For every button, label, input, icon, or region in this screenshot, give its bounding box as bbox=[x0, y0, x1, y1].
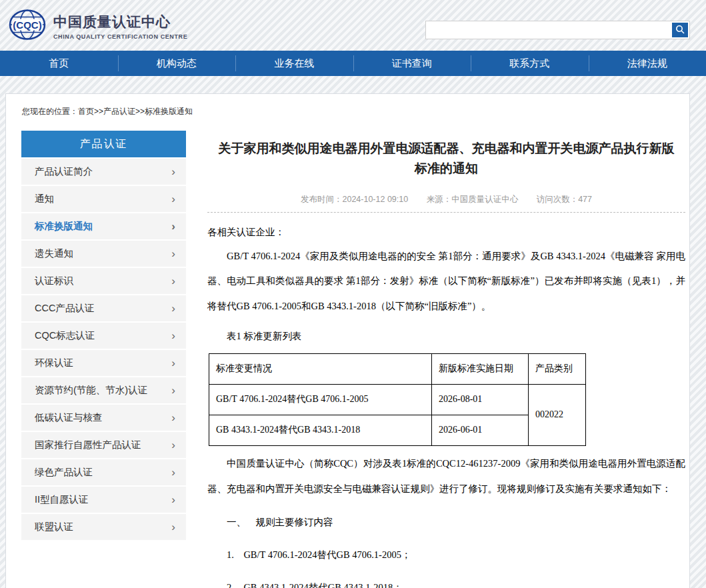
chevron-right-icon: › bbox=[171, 303, 175, 314]
sidebar-item-label: 标准换版通知 bbox=[35, 220, 93, 233]
main-nav: 首页 机构动态 业务在线 证书查询 联系方式 法律法规 bbox=[0, 51, 706, 76]
nav-item-certificate-query[interactable]: 证书查询 bbox=[353, 51, 471, 76]
chevron-right-icon: › bbox=[171, 385, 175, 396]
sidebar-item-resource-saving[interactable]: 资源节约(节能、节水)认证 › bbox=[21, 376, 186, 403]
nav-item-laws[interactable]: 法律法规 bbox=[589, 51, 706, 76]
list-item-2: 2. GB 4343.1-2024替代GB 4343.1-2018； bbox=[207, 581, 685, 588]
sidebar-item-label: 遗失通知 bbox=[35, 247, 73, 260]
nav-item-home[interactable]: 首页 bbox=[0, 51, 118, 76]
chevron-right-icon: › bbox=[171, 193, 175, 205]
sidebar-item-certification-mark[interactable]: 认证标识 › bbox=[21, 267, 186, 294]
sidebar-item-alliance[interactable]: 联盟认证 › bbox=[21, 513, 186, 540]
sidebar-item-green-product[interactable]: 绿色产品认证 › bbox=[21, 458, 186, 485]
nav-item-news[interactable]: 机构动态 bbox=[118, 51, 236, 76]
list-item-1: 1. GB/T 4706.1-2024替代GB 4706.1-2005； bbox=[207, 549, 685, 561]
sidebar-item-label: CQC标志认证 bbox=[35, 329, 95, 342]
svg-text:(CQC): (CQC) bbox=[13, 19, 41, 31]
table-header-row: 标准变更情况 新版标准实施日期 产品类别 bbox=[209, 353, 586, 384]
sidebar-item-type2-voluntary[interactable]: II型自愿认证 › bbox=[21, 485, 186, 513]
sidebar-item-intro[interactable]: 产品认证简介 › bbox=[21, 157, 186, 185]
sidebar-item-label: 环保认证 bbox=[35, 357, 73, 369]
header-standard-change: 标准变更情况 bbox=[209, 353, 432, 384]
sidebar-item-low-carbon[interactable]: 低碳认证与核查 › bbox=[21, 403, 186, 431]
cell-standard-change: GB 4343.1-2024替代GB 4343.1-2018 bbox=[209, 415, 432, 445]
paragraph-standards-release: GB/T 4706.1-2024《家用及类似用途电器的的安全 第1部分：通用要求… bbox=[207, 244, 685, 319]
breadcrumb: 您现在的位置：首页>>产品认证>>标准换版通知 bbox=[22, 106, 689, 117]
search-input[interactable] bbox=[429, 21, 669, 39]
table-caption: 表1 标准更新列表 bbox=[207, 330, 685, 343]
search-button[interactable] bbox=[672, 23, 688, 37]
sidebar-item-label: 通知 bbox=[35, 193, 54, 205]
article-meta: 发布时间：2024-10-12 09:10 来源：中国质量认证中心 访问次数：4… bbox=[207, 194, 685, 213]
sidebar-item-standard-change-notice[interactable]: 标准换版通知 › bbox=[21, 212, 186, 239]
cell-date: 2026-08-01 bbox=[432, 384, 529, 415]
salutation: 各相关认证企业： bbox=[207, 226, 685, 239]
sidebar-item-label: 产品认证简介 bbox=[35, 165, 93, 178]
chevron-right-icon: › bbox=[171, 275, 175, 287]
article-body: 各相关认证企业： GB/T 4706.1-2024《家用及类似用途电器的的安全 … bbox=[207, 226, 685, 588]
chevron-right-icon: › bbox=[171, 412, 175, 423]
chevron-right-icon: › bbox=[171, 467, 175, 478]
header-implementation-date: 新版标准实施日期 bbox=[432, 353, 529, 384]
sidebar-item-label: 国家推行自愿性产品认证 bbox=[35, 439, 141, 451]
chevron-right-icon: › bbox=[171, 521, 175, 533]
sidebar-item-loss-notice[interactable]: 遗失通知 › bbox=[21, 239, 186, 267]
content-panel: 您现在的位置：首页>>产品认证>>标准换版通知 产品认证 产品认证简介 › 通知… bbox=[5, 93, 690, 588]
paragraph-rule-revision: 中国质量认证中心（简称CQC）对涉及表1标准的CQC12-461237-2009… bbox=[207, 451, 685, 501]
nav-item-online-business[interactable]: 业务在线 bbox=[235, 51, 353, 76]
publish-time: 发布时间：2024-10-12 09:10 bbox=[301, 195, 408, 204]
logo-name-cn: 中国质量认证中心 bbox=[53, 13, 187, 31]
sidebar-title: 产品认证 bbox=[21, 131, 186, 157]
sidebar-item-label: 绿色产品认证 bbox=[35, 466, 93, 479]
sidebar-item-label: 联盟认证 bbox=[35, 521, 73, 533]
sidebar-item-national-voluntary[interactable]: 国家推行自愿性产品认证 › bbox=[21, 431, 186, 458]
standards-update-table: 标准变更情况 新版标准实施日期 产品类别 GB/T 4706.1-2024替代G… bbox=[209, 353, 586, 446]
sidebar-item-label: 低碳认证与核查 bbox=[35, 411, 103, 424]
chevron-right-icon: › bbox=[171, 357, 175, 369]
chevron-right-icon: › bbox=[171, 494, 175, 505]
search-box bbox=[425, 21, 690, 39]
page-title: 关于家用和类似用途电器用外置电源适配器、充电器和内置开关电源产品执行新版标准的通… bbox=[213, 139, 680, 179]
article-area: 关于家用和类似用途电器用外置电源适配器、充电器和内置开关电源产品执行新版标准的通… bbox=[186, 131, 689, 588]
nav-item-contact[interactable]: 联系方式 bbox=[471, 51, 589, 76]
site-logo[interactable]: (CQC) 中国质量认证中心 CHINA QUALITY CERTIFICATI… bbox=[8, 9, 187, 43]
article-source: 来源：中国质量认证中心 bbox=[427, 195, 519, 204]
chevron-right-icon: › bbox=[171, 248, 175, 259]
sidebar-item-environmental[interactable]: 环保认证 › bbox=[21, 349, 186, 376]
cell-date: 2026-06-01 bbox=[432, 415, 529, 445]
logo-name-en: CHINA QUALITY CERTIFICATION CENTRE bbox=[53, 33, 187, 40]
sidebar-item-label: 认证标识 bbox=[35, 275, 73, 287]
sidebar-item-label: CCC产品认证 bbox=[35, 302, 94, 315]
sidebar-item-label: II型自愿认证 bbox=[35, 493, 89, 506]
search-icon bbox=[675, 25, 685, 36]
sidebar-item-notice[interactable]: 通知 › bbox=[21, 185, 186, 212]
chevron-right-icon: › bbox=[171, 439, 175, 451]
sidebar-item-cqc-mark[interactable]: CQC标志认证 › bbox=[21, 321, 186, 349]
sidebar-product-certification: 产品认证 产品认证简介 › 通知 › 标准换版通知 › 遗失通知 › 认证标识 … bbox=[21, 131, 186, 588]
chevron-right-icon: › bbox=[171, 330, 175, 341]
cqc-globe-icon: (CQC) bbox=[8, 9, 47, 43]
sidebar-item-ccc[interactable]: CCC产品认证 › bbox=[21, 294, 186, 321]
section-heading-1: 一、 规则主要修订内容 bbox=[207, 516, 685, 529]
table-row: GB/T 4706.1-2024替代GB 4706.1-2005 2026-08… bbox=[209, 384, 586, 415]
visit-count: 访问次数：477 bbox=[537, 195, 592, 204]
chevron-right-icon: › bbox=[171, 166, 175, 177]
logo-names: 中国质量认证中心 CHINA QUALITY CERTIFICATION CEN… bbox=[53, 13, 187, 40]
header-product-category: 产品类别 bbox=[529, 353, 586, 384]
cell-product-category: 002022 bbox=[529, 384, 586, 445]
cell-standard-change: GB/T 4706.1-2024替代GB 4706.1-2005 bbox=[209, 384, 432, 415]
chevron-right-icon: › bbox=[171, 221, 175, 232]
site-header: (CQC) 中国质量认证中心 CHINA QUALITY CERTIFICATI… bbox=[0, 0, 706, 51]
sidebar-item-label: 资源节约(节能、节水)认证 bbox=[35, 384, 147, 397]
